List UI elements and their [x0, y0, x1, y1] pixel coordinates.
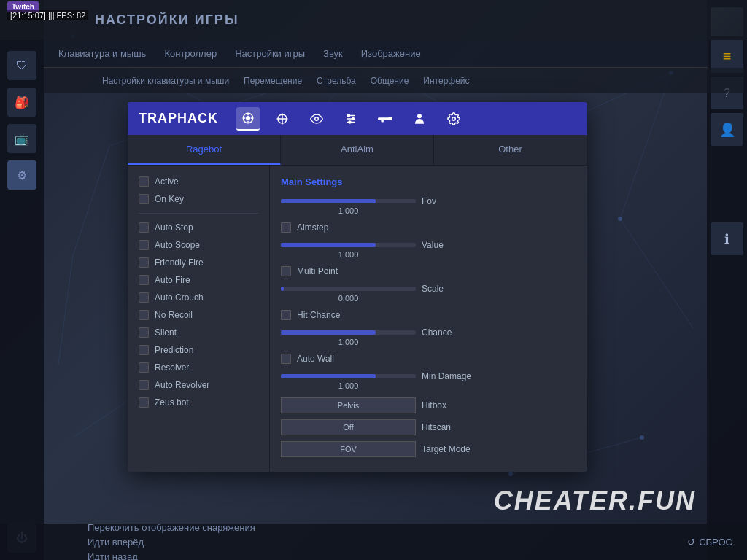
header-icon-target[interactable]	[236, 107, 260, 131]
sub-nav-shoot[interactable]: Стрельба	[317, 76, 356, 86]
right-icon-profile[interactable]: 👤	[711, 113, 743, 146]
friendlyfire-checkbox[interactable]	[139, 257, 149, 268]
header-icon-crosshair[interactable]	[271, 107, 294, 131]
header-icon-person[interactable]	[408, 107, 431, 131]
autorevolver-checkbox[interactable]	[139, 380, 149, 390]
onkey-label: On Key	[155, 194, 184, 204]
multipoint-checkbox[interactable]	[281, 266, 291, 276]
autofire-checkbox[interactable]	[139, 275, 149, 285]
sub-nav-interface[interactable]: Интерфейс	[423, 76, 469, 86]
autocrouch-label: Auto Crouch	[155, 292, 204, 303]
header-icon-gear[interactable]	[442, 107, 465, 131]
silent-row: Silent	[139, 327, 258, 338]
mindamage-slider[interactable]	[281, 374, 416, 378]
tab-ragebot[interactable]: Ragebot	[128, 135, 281, 165]
norecoil-checkbox[interactable]	[139, 310, 149, 320]
targetmode-label: Target Mode	[422, 444, 471, 454]
prediction-checkbox[interactable]	[139, 345, 149, 355]
value-value: 1,000	[281, 250, 416, 259]
resolver-checkbox[interactable]	[139, 362, 149, 373]
sub-nav-comm[interactable]: Общение	[371, 76, 409, 86]
autorevolver-row: Auto Revolver	[139, 380, 258, 390]
scale-value: 0,000	[281, 294, 416, 303]
chance-value: 1,000	[281, 338, 416, 346]
prediction-label: Prediction	[155, 345, 193, 355]
svg-line-5	[620, 219, 693, 328]
tab-antiaim[interactable]: AntiAim	[281, 135, 434, 165]
scale-setting: Scale 0,000	[281, 284, 576, 303]
main-nav-image[interactable]: Изображение	[361, 44, 421, 63]
silent-label: Silent	[155, 327, 177, 338]
svg-rect-42	[378, 117, 389, 120]
nav-back-text[interactable]: Идти назад	[88, 551, 255, 561]
header-icon-gun[interactable]	[374, 107, 397, 131]
header-icon-sliders[interactable]	[339, 107, 363, 131]
autowall-setting: Auto Wall	[281, 354, 576, 364]
svg-point-45	[417, 114, 422, 118]
svg-line-11	[73, 146, 109, 255]
main-nav-sound[interactable]: Звук	[323, 44, 343, 63]
svg-point-41	[349, 121, 351, 123]
nav-forward-text[interactable]: Идти вперёд	[88, 537, 255, 548]
aimstep-label: Aimstep	[297, 222, 328, 233]
value-slider[interactable]	[281, 243, 416, 247]
autocrouch-row: Auto Crouch	[139, 292, 258, 303]
fov-value: 1,000	[281, 206, 416, 215]
tab-other[interactable]: Other	[434, 135, 587, 165]
divider-1	[139, 213, 258, 214]
main-nav-controller[interactable]: Контроллер	[164, 44, 217, 63]
header-icon-eye[interactable]	[305, 107, 328, 131]
main-settings-title: Main Settings	[281, 176, 576, 187]
cheat-header: TRAPHACK	[128, 102, 587, 135]
page-title: НАСТРОЙКИ ИГРЫ	[95, 12, 239, 28]
chance-slider[interactable]	[281, 330, 416, 335]
silent-checkbox[interactable]	[139, 327, 149, 338]
sub-nav-keyboard[interactable]: Настройки клавиатуры и мыши	[102, 76, 229, 86]
resolver-row: Resolver	[139, 362, 258, 373]
autocrouch-checkbox[interactable]	[139, 292, 149, 303]
multipoint-setting: Multi Point	[281, 266, 576, 276]
hitscan-dropdown[interactable]: Off	[281, 419, 416, 435]
active-checkbox[interactable]	[139, 176, 149, 187]
sub-nav-move[interactable]: Перемещение	[244, 76, 302, 86]
reset-button[interactable]: ↺ СБРОС	[687, 537, 732, 548]
svg-rect-43	[388, 117, 392, 120]
right-panel: Main Settings Fov 1,000 Aimstep	[270, 166, 587, 472]
targetmode-dropdown[interactable]: FOV	[281, 441, 416, 457]
hitchance-checkbox[interactable]	[281, 310, 291, 320]
main-nav-keyboard[interactable]: Клавиатура и мышь	[58, 44, 146, 63]
svg-point-35	[315, 117, 319, 120]
cheat-content: Active On Key Auto Stop Auto Scope Frien…	[128, 166, 587, 472]
hitscan-label: Hitscan	[422, 422, 451, 432]
right-icon-info[interactable]: ℹ	[711, 222, 743, 255]
zeusbot-checkbox[interactable]	[139, 397, 149, 408]
main-nav: Клавиатура и мышь Контроллер Настройки и…	[44, 40, 708, 68]
autowall-label: Auto Wall	[297, 354, 334, 364]
autowall-checkbox[interactable]	[281, 354, 291, 364]
mindamage-value: 1,000	[281, 381, 416, 390]
main-nav-settings[interactable]: Настройки игры	[235, 44, 305, 63]
active-label: Active	[155, 176, 179, 187]
autostop-checkbox[interactable]	[139, 222, 149, 233]
aimstep-checkbox[interactable]	[281, 222, 291, 233]
fov-setting: Fov 1,000	[281, 196, 576, 215]
friendlyfire-label: Friendly Fire	[155, 257, 204, 268]
autoscope-label: Auto Scope	[155, 240, 200, 250]
autofire-label: Auto Fire	[155, 275, 190, 285]
svg-point-21	[508, 472, 513, 476]
onkey-checkbox[interactable]	[139, 194, 149, 204]
autostop-row: Auto Stop	[139, 222, 258, 233]
fov-slider[interactable]	[281, 199, 416, 203]
hitbox-dropdown[interactable]: Pelvis	[281, 397, 416, 413]
autoscope-row: Auto Scope	[139, 240, 258, 250]
sidebar-icon-bag[interactable]: 🎒	[7, 88, 36, 117]
autofire-row: Auto Fire	[139, 275, 258, 285]
left-panel: Active On Key Auto Stop Auto Scope Frien…	[128, 166, 270, 472]
scale-slider[interactable]	[281, 287, 416, 291]
svg-point-46	[452, 117, 456, 120]
resolver-label: Resolver	[155, 362, 189, 373]
sidebar-icon-gear[interactable]: ⚙	[7, 160, 36, 190]
sidebar-icon-shield[interactable]: 🛡	[7, 51, 36, 80]
sidebar-icon-tv[interactable]: 📺	[7, 124, 36, 153]
autoscope-checkbox[interactable]	[139, 240, 149, 250]
